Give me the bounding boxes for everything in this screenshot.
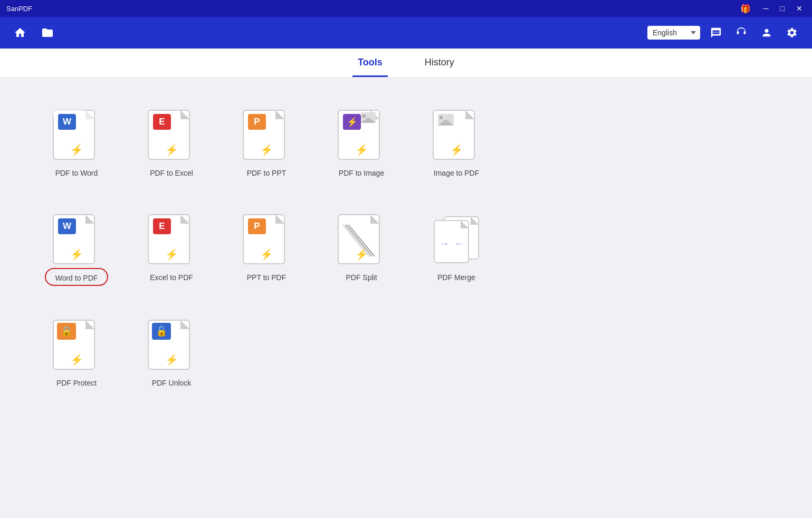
account-icon[interactable]: [757, 23, 776, 42]
home-button[interactable]: [11, 23, 30, 42]
tab-history[interactable]: History: [419, 50, 460, 77]
tool-pdf-to-image[interactable]: ⚡ ⚡ PDF to Image: [327, 110, 396, 177]
svg-text:←: ←: [454, 238, 464, 249]
svg-point-0: [713, 32, 714, 33]
tool-label-pdf-unlock: PDF Unlock: [152, 379, 192, 387]
svg-point-15: [362, 114, 366, 118]
gift-icon: 🎁: [740, 4, 751, 14]
tool-label-pdf-to-word: PDF to Word: [55, 169, 98, 177]
tool-label-image-to-pdf: Image to PDF: [434, 169, 479, 177]
tool-label-pdf-to-image: PDF to Image: [339, 169, 384, 177]
tool-image-to-pdf[interactable]: ⚡ Image to PDF: [422, 110, 491, 177]
chat-icon[interactable]: [706, 23, 725, 42]
svg-point-1: [715, 32, 717, 33]
headphones-icon[interactable]: [732, 23, 751, 42]
tools-row-1: ⚡ W ⚡ PDF to Word E ⚡: [42, 99, 770, 188]
window-controls: 🎁 ─ □ ✕: [740, 4, 806, 14]
folder-button[interactable]: [38, 23, 57, 42]
tool-pdf-merge[interactable]: → ← PDF Merge: [422, 214, 491, 282]
restore-button[interactable]: □: [777, 4, 788, 14]
toolbar-left: [11, 23, 57, 42]
tool-pdf-to-excel[interactable]: E ⚡ PDF to Excel: [137, 110, 206, 177]
minimize-button[interactable]: ─: [760, 4, 772, 14]
tools-grid: ⚡ W ⚡ PDF to Word E ⚡: [42, 99, 770, 398]
tool-word-to-pdf[interactable]: W ⚡ Word to PDF: [42, 214, 111, 283]
svg-point-2: [718, 32, 719, 33]
language-select[interactable]: English 中文 Español: [647, 26, 700, 40]
tool-label-word-to-pdf: Word to PDF: [55, 274, 98, 282]
title-bar: SanPDF 🎁 ─ □ ✕: [0, 0, 812, 17]
tool-pdf-protect[interactable]: 🔒 ⚡ PDF Protect: [42, 320, 111, 387]
tool-pdf-split[interactable]: ⚡ PDF Split: [327, 214, 396, 282]
tool-label-excel-to-pdf: Excel to PDF: [150, 273, 193, 282]
svg-text:→: →: [440, 238, 449, 249]
toolbar: English 中文 Español: [0, 17, 812, 49]
toolbar-right: English 中文 Español: [647, 23, 801, 42]
app-title: SanPDF: [6, 5, 32, 13]
tabs-bar: Tools History: [0, 49, 812, 78]
close-button[interactable]: ✕: [793, 4, 806, 14]
tool-label-pdf-to-ppt: PDF to PPT: [247, 169, 286, 177]
tool-pdf-to-ppt[interactable]: P ⚡ PDF to PPT: [232, 110, 301, 177]
tool-pdf-to-word[interactable]: ⚡ W ⚡ PDF to Word: [42, 110, 111, 177]
tool-excel-to-pdf[interactable]: E ⚡ Excel to PDF: [137, 214, 206, 282]
settings-icon[interactable]: [782, 23, 801, 42]
tool-label-pdf-protect: PDF Protect: [56, 379, 97, 387]
tool-ppt-to-pdf[interactable]: P ⚡ PPT to PDF: [232, 214, 301, 282]
tool-label-pdf-to-excel: PDF to Excel: [150, 169, 193, 177]
main-content: ⚡ W ⚡ PDF to Word E ⚡: [0, 78, 812, 518]
tools-row-2: W ⚡ Word to PDF E ⚡ Excel: [42, 204, 770, 293]
tool-label-ppt-to-pdf: PPT to PDF: [247, 273, 286, 282]
tab-tools[interactable]: Tools: [352, 50, 388, 77]
svg-point-20: [440, 116, 443, 119]
tool-pdf-unlock[interactable]: 🔓 ⚡ PDF Unlock: [137, 320, 206, 387]
tools-row-3: 🔒 ⚡ PDF Protect 🔓 ⚡ PDF Unlock: [42, 309, 770, 398]
tool-label-pdf-merge: PDF Merge: [437, 273, 475, 282]
tool-label-pdf-split: PDF Split: [346, 273, 377, 282]
